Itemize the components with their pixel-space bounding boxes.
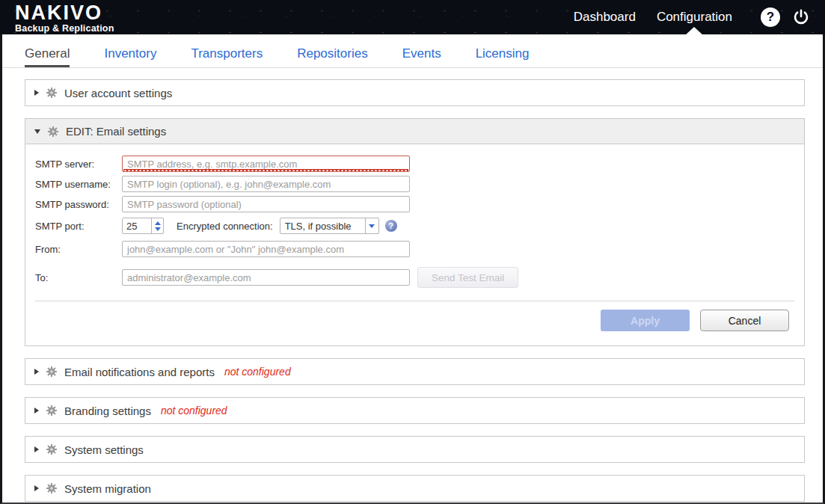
- cancel-button[interactable]: Cancel: [700, 310, 789, 331]
- panel-title: EDIT: Email settings: [66, 125, 166, 138]
- form-actions: Apply Cancel: [35, 301, 794, 338]
- tab-repositories[interactable]: Repositories: [297, 46, 368, 67]
- nav-dashboard[interactable]: Dashboard: [574, 10, 636, 25]
- status-not-configured: not configured: [161, 405, 227, 417]
- panel-system-migration-header[interactable]: System migration: [25, 476, 804, 501]
- from-row: From:: [35, 241, 794, 257]
- caret-right-icon: [34, 90, 39, 96]
- tab-transporters[interactable]: Transporters: [191, 46, 263, 67]
- panel-user-account-header[interactable]: User account settings: [25, 80, 804, 105]
- gear-icon: [46, 405, 58, 417]
- gear-icon: [46, 482, 58, 494]
- smtp-server-row: SMTP server:: [35, 156, 794, 172]
- panel-email-notifications-header[interactable]: Email notifications and reports not conf…: [25, 359, 804, 384]
- nav-configuration-label: Configuration: [657, 10, 732, 24]
- config-tabbar: General Inventory Transporters Repositor…: [2, 34, 823, 68]
- gear-icon: [46, 443, 58, 455]
- smtp-username-input[interactable]: [122, 176, 410, 192]
- to-input[interactable]: [122, 269, 410, 286]
- caret-down-icon: [34, 129, 40, 134]
- header-icon-buttons: ?: [761, 7, 810, 27]
- chevron-down-icon: [365, 218, 378, 233]
- panel-title: Branding settings: [64, 405, 151, 417]
- panel-system-migration: System migration: [25, 475, 805, 502]
- active-page-indicator: [684, 27, 704, 36]
- to-row: To: Send Test Email: [35, 267, 794, 288]
- general-settings-content: User account settings EDIT: Email settin…: [2, 68, 823, 502]
- smtp-username-row: SMTP username:: [35, 176, 794, 192]
- encrypted-connection-label: Encrypted connection:: [177, 221, 273, 232]
- app-header: NAKIVO Backup & Replication Dashboard Co…: [0, 0, 825, 34]
- panel-title: User account settings: [64, 87, 172, 99]
- gear-icon: [46, 87, 58, 99]
- email-settings-form: SMTP server: SMTP username: SMTP passwor…: [25, 144, 804, 345]
- status-not-configured: not configured: [224, 366, 291, 378]
- encrypted-connection-select[interactable]: TLS, if possible: [280, 218, 379, 234]
- smtp-server-label: SMTP server:: [35, 159, 122, 170]
- panel-title: System migration: [64, 482, 151, 495]
- caret-right-icon: [34, 446, 39, 452]
- caret-right-icon: [34, 485, 39, 491]
- smtp-port-row: SMTP port: Encrypted connection: TLS, if…: [35, 218, 794, 234]
- send-test-email-button[interactable]: Send Test Email: [417, 267, 518, 288]
- smtp-port-spinner-buttons[interactable]: [151, 218, 163, 233]
- gear-icon: [46, 366, 58, 378]
- panel-system-settings: System settings: [25, 436, 805, 463]
- smtp-password-label: SMTP password:: [35, 199, 122, 210]
- smtp-username-label: SMTP username:: [35, 179, 122, 190]
- panel-branding-settings: Branding settings not configured: [25, 397, 805, 424]
- smtp-port-stepper: [122, 218, 164, 234]
- panel-user-account-settings: User account settings: [25, 79, 805, 106]
- smtp-server-input-wrap: [122, 156, 410, 172]
- to-label: To:: [35, 272, 122, 283]
- caret-right-icon: [34, 369, 39, 375]
- logo-title: NAKIVO: [15, 3, 114, 23]
- panel-title: Email notifications and reports: [64, 366, 215, 378]
- panel-email-settings: EDIT: Email settings SMTP server: SMTP u…: [25, 118, 805, 346]
- panel-system-settings-header[interactable]: System settings: [25, 437, 804, 462]
- app-window: NAKIVO Backup & Replication Dashboard Co…: [0, 0, 825, 504]
- caret-right-icon: [34, 408, 39, 414]
- smtp-port-input[interactable]: [123, 218, 151, 233]
- smtp-server-input[interactable]: [122, 156, 410, 172]
- smtp-password-row: SMTP password:: [35, 196, 794, 212]
- tab-inventory[interactable]: Inventory: [104, 46, 156, 67]
- power-icon[interactable]: [792, 8, 810, 26]
- logo-subtitle: Backup & Replication: [15, 24, 114, 34]
- tab-events[interactable]: Events: [402, 46, 441, 67]
- encrypted-connection-value: TLS, if possible: [280, 221, 365, 232]
- tab-general[interactable]: General: [25, 46, 70, 67]
- encryption-help-icon[interactable]: ?: [385, 220, 397, 232]
- smtp-port-label: SMTP port:: [35, 221, 122, 232]
- help-icon[interactable]: ?: [761, 7, 780, 27]
- gear-icon: [47, 126, 59, 138]
- panel-title: System settings: [64, 443, 144, 456]
- nav-configuration[interactable]: Configuration: [657, 10, 732, 25]
- smtp-password-input[interactable]: [122, 196, 410, 212]
- from-input[interactable]: [122, 241, 410, 257]
- panel-email-notifications: Email notifications and reports not conf…: [25, 358, 805, 385]
- panel-email-settings-header[interactable]: EDIT: Email settings: [25, 119, 804, 144]
- apply-button[interactable]: Apply: [601, 310, 690, 331]
- spinner-down-icon: [155, 227, 161, 231]
- panel-branding-settings-header[interactable]: Branding settings not configured: [25, 398, 804, 423]
- spinner-up-icon: [155, 221, 161, 225]
- from-label: From:: [35, 244, 122, 255]
- nakivo-logo: NAKIVO Backup & Replication: [15, 1, 114, 34]
- top-nav: Dashboard Configuration ?: [574, 7, 810, 27]
- tab-licensing[interactable]: Licensing: [476, 46, 530, 67]
